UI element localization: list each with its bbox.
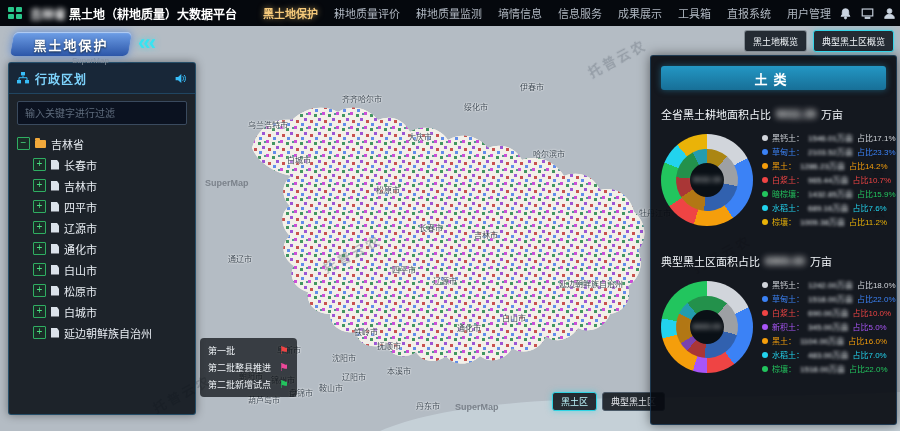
black-soil-overview-button[interactable]: 黑土地概览 (744, 30, 807, 52)
document-icon (51, 160, 59, 170)
expand-icon[interactable] (33, 263, 46, 276)
tree-item-label: 通化市 (64, 241, 97, 257)
nav-item[interactable]: 墒情信息 (490, 5, 550, 21)
page-badge-label: 黑土地保护 (12, 32, 130, 56)
legend-value: 1009.38万亩 (800, 216, 845, 227)
tree-item-label: 长春市 (64, 157, 97, 173)
user-icon[interactable] (883, 7, 896, 20)
tree-item-city[interactable]: 松原市 (17, 280, 187, 301)
tree-item-city[interactable]: 四平市 (17, 196, 187, 217)
expand-icon[interactable] (33, 242, 46, 255)
legend-dot (762, 324, 768, 330)
expand-icon[interactable] (33, 326, 46, 339)
collapse-icon[interactable] (17, 137, 30, 150)
legend-percent: 占比17.1% (857, 132, 896, 143)
document-icon (51, 307, 59, 317)
expand-icon[interactable] (33, 179, 46, 192)
nav-item[interactable]: 信息服务 (550, 5, 610, 21)
region-tree: 吉林省 长春市 吉林市 (9, 129, 195, 347)
tree-item-label: 松原市 (64, 283, 97, 299)
legend-row: 白浆土： 965.44万亩 占比10.7% (762, 174, 886, 185)
legend-dot (762, 205, 768, 211)
legend-value: 2103.52万亩 (808, 146, 853, 157)
typical-black-soil-overview-button[interactable]: 典型黑土区概览 (813, 30, 894, 52)
sidebar-search (9, 94, 195, 129)
nav-item[interactable]: 成果展示 (610, 5, 670, 21)
legend-value: 965.44万亩 (808, 174, 848, 185)
tree-item-label: 辽源市 (64, 220, 97, 236)
nav-item[interactable]: 耕地质量监测 (408, 5, 490, 21)
black-soil-layer-toggle[interactable]: 黑土区 (552, 392, 597, 411)
section-title-typical: 典型黑土区面积占比 6900.00 万亩 (661, 253, 886, 269)
legend-value: 1546.01万亩 (808, 132, 853, 143)
legend-label: 新积土： (772, 321, 804, 332)
sidebar-title: 行政区划 (35, 70, 87, 87)
redacted-total: 9032.39 (774, 108, 818, 120)
legend-label: 黑钙土： (772, 279, 804, 290)
tree-item-city[interactable]: 吉林市 (17, 175, 187, 196)
tree-item-city[interactable]: 白城市 (17, 301, 187, 322)
pilot-legend-row[interactable]: 第二批新增试点 (208, 378, 289, 391)
expand-icon[interactable] (33, 305, 46, 318)
donut-chart-typical: 6900.00 (661, 281, 753, 373)
nav-item[interactable]: 耕地质量评价 (326, 5, 408, 21)
tree-root-label: 吉林省 (51, 136, 84, 152)
document-icon (51, 181, 59, 191)
legend-dot (762, 163, 768, 169)
legend-label: 棕壤： (772, 363, 796, 374)
section-title-province: 全省黑土耕地面积占比 9032.39 万亩 (661, 106, 886, 122)
legend-label: 黑土： (772, 335, 796, 346)
overview-buttons: 黑土地概览 典型黑土区概览 (744, 30, 894, 52)
legend-value: 1286.23万亩 (800, 160, 845, 171)
nav-item[interactable]: 用户管理 (779, 5, 839, 21)
search-input[interactable] (17, 101, 187, 125)
pilot-legend: 第一批 第二批整县推进 第二批新增试点 (200, 338, 297, 397)
tree-item-city[interactable]: 通化市 (17, 238, 187, 259)
top-header: 吉林省 黑土地（耕地质量）大数据平台 黑土地保护耕地质量评价耕地质量监测墒情信息… (0, 0, 900, 26)
soil-type-tab[interactable]: 土类 (661, 66, 886, 90)
bell-icon[interactable] (839, 7, 852, 20)
fullscreen-icon[interactable] (861, 7, 874, 20)
legend-percent: 占比10.7% (852, 174, 891, 185)
legend-percent: 占比7.6% (852, 202, 886, 213)
speaker-icon[interactable] (174, 72, 187, 85)
pilot-legend-row[interactable]: 第一批 (208, 344, 289, 357)
legend-value: 1432.85万亩 (808, 188, 853, 199)
nav-item[interactable]: 工具箱 (670, 5, 719, 21)
legend-value: 1518.00万亩 (800, 363, 845, 374)
tree-item-city[interactable]: 延边朝鲜族自治州 (17, 322, 187, 343)
expand-icon[interactable] (33, 200, 46, 213)
header-right: 131****0001 (839, 7, 900, 20)
document-icon (51, 202, 59, 212)
collapse-chevrons-icon[interactable]: ‹‹‹ (138, 30, 154, 56)
legend-value: 483.00万亩 (808, 349, 848, 360)
legend-label: 草甸土： (772, 146, 804, 157)
tree-item-city[interactable]: 长春市 (17, 154, 187, 175)
tree-children: 长春市 吉林市 四平市 (17, 154, 187, 343)
legend-label: 黑土： (772, 160, 796, 171)
legend-percent: 占比22.0% (849, 363, 888, 374)
legend-typical: 黑钙土： 1242.00万亩 占比18.0% 草甸土： 1518.00万亩 占比… (762, 279, 886, 374)
legend-row: 黑钙土： 1546.01万亩 占比17.1% (762, 132, 886, 143)
pilot-legend-row[interactable]: 第二批整县推进 (208, 361, 289, 374)
legend-percent: 占比18.0% (857, 279, 896, 290)
legend-percent: 占比14.2% (849, 160, 888, 171)
nav-item[interactable]: 黑土地保护 (255, 5, 326, 21)
legend-value: 1242.00万亩 (808, 279, 853, 290)
tree-item-city[interactable]: 辽源市 (17, 217, 187, 238)
tree-item-city[interactable]: 白山市 (17, 259, 187, 280)
expand-icon[interactable] (33, 158, 46, 171)
legend-percent: 占比5.0% (852, 321, 886, 332)
flag-icon (279, 363, 289, 372)
main-nav: 黑土地保护耕地质量评价耕地质量监测墒情信息信息服务成果展示工具箱直报系统用户管理 (255, 5, 839, 21)
legend-dot (762, 149, 768, 155)
legend-row: 棕壤： 1009.38万亩 占比11.2% (762, 216, 886, 227)
province-soil-chart-row: 9032.39 黑钙土： 1546.01万亩 占比17.1% 草甸土： (661, 132, 886, 227)
tree-root-jilin[interactable]: 吉林省 (17, 133, 187, 154)
expand-icon[interactable] (33, 221, 46, 234)
donut-center: 6900.00 (690, 310, 724, 344)
pilot-legend-label: 第一批 (208, 344, 235, 357)
expand-icon[interactable] (33, 284, 46, 297)
legend-percent: 占比22.0% (857, 293, 896, 304)
nav-item[interactable]: 直报系统 (719, 5, 779, 21)
